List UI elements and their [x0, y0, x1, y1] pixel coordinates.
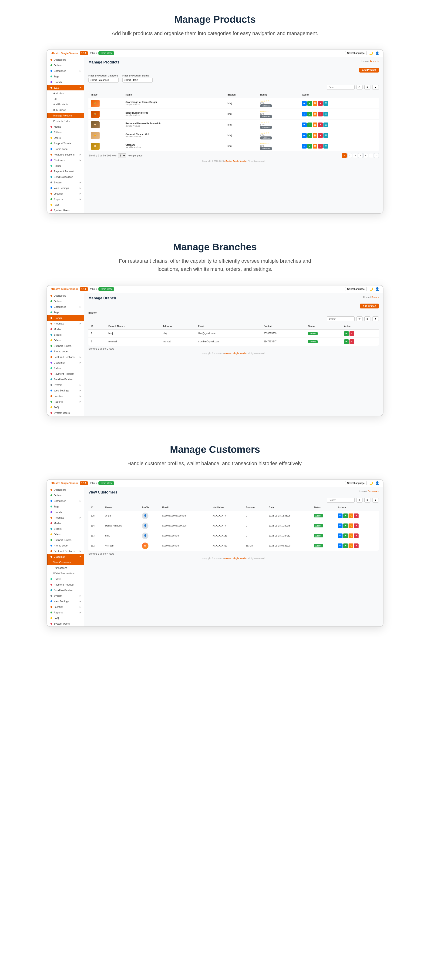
action-img-5[interactable]: 🖼	[313, 144, 317, 148]
search-input-products[interactable]	[327, 85, 355, 90]
sidebar-b-faq[interactable]: FAQ	[47, 404, 84, 410]
sidebar-b-tags[interactable]: Tags	[47, 310, 84, 315]
sidebar-c-reports[interactable]: Reports ▶	[47, 610, 84, 615]
action-extra-1[interactable]: ☰	[323, 101, 328, 106]
sidebar-b-orders[interactable]: Orders	[47, 299, 84, 304]
page-4[interactable]: 4	[358, 153, 363, 158]
sidebar-item-reports[interactable]: Reports ▶	[47, 196, 84, 202]
action-cu-view-4[interactable]: 👁	[338, 544, 342, 548]
action-img-4[interactable]: 🖼	[313, 133, 317, 138]
page-2[interactable]: 2	[347, 153, 352, 158]
action-cu-del-2[interactable]: ✕	[354, 523, 358, 528]
search-input-branches[interactable]	[327, 317, 355, 321]
theme-toggle-branches[interactable]: 🌙	[369, 287, 373, 291]
filter-select-status[interactable]: Select Status	[122, 78, 153, 83]
sidebar-b-websettings[interactable]: Web Settings ▶	[47, 388, 84, 393]
add-product-button[interactable]: Add Product	[359, 68, 379, 73]
action-del-2[interactable]: ✕	[318, 112, 323, 116]
lang-select-customers[interactable]: Select Language	[345, 481, 367, 485]
sidebar-item-promo[interactable]: Promo code	[47, 146, 84, 152]
sidebar-item-orders[interactable]: Orders	[47, 62, 84, 68]
theme-toggle-customers[interactable]: 🌙	[369, 481, 373, 485]
action-extra-3[interactable]: ☰	[323, 123, 328, 127]
action-img-1[interactable]: 🖼	[313, 101, 317, 106]
rows-per-page-select[interactable]: 51025	[118, 153, 126, 158]
action-cu-edit-4[interactable]: ✏	[343, 544, 348, 548]
action-extra-2[interactable]: ☰	[323, 112, 328, 116]
action-edit-3[interactable]: ✓	[307, 123, 312, 127]
action-cu-view-1[interactable]: 👁	[338, 514, 342, 518]
sidebar-c-system[interactable]: System ▶	[47, 593, 84, 598]
sidebar-c-location[interactable]: Location ▶	[47, 604, 84, 610]
sidebar-c-dashboard[interactable]: Dashboard	[47, 487, 84, 493]
sidebar-b-featured[interactable]: Featured Sections ▶	[47, 354, 84, 360]
user-icon-customers[interactable]: 👤	[375, 481, 379, 485]
action-del-4[interactable]: ✕	[318, 133, 323, 138]
page-ellipsis[interactable]: ...	[369, 153, 374, 158]
sidebar-c-featured[interactable]: Featured Sections ▶	[47, 548, 84, 554]
action-cu-view-2[interactable]: 👁	[338, 523, 342, 528]
action-view-5[interactable]: ✏	[302, 144, 307, 148]
action-cu-view-3[interactable]: 👁	[338, 533, 342, 538]
action-cu-edit-1[interactable]: ✏	[343, 514, 348, 518]
sidebar-item-customer[interactable]: Customer ▶	[47, 158, 84, 163]
sidebar-item-branch[interactable]: Branch	[47, 79, 84, 85]
sidebar-c-wallet-transactions[interactable]: Wallet Transactions	[47, 571, 84, 576]
user-icon-products[interactable]: 👤	[375, 51, 379, 55]
sidebar-item-system[interactable]: System ▶	[47, 180, 84, 185]
filter-btn-customers[interactable]: ▼	[372, 498, 379, 503]
edit-br-1[interactable]: ✏	[344, 331, 349, 336]
sidebar-c-branch[interactable]: Branch	[47, 509, 84, 515]
sidebar-c-view-customers[interactable]: View Customers	[47, 560, 84, 565]
columns-btn-branches[interactable]: ⊞	[364, 317, 371, 321]
page-1[interactable]: 1	[342, 153, 347, 158]
sidebar-b-promo[interactable]: Promo code	[47, 349, 84, 354]
theme-toggle-products[interactable]: 🌙	[369, 51, 373, 55]
action-img-2[interactable]: 🖼	[313, 112, 317, 116]
edit-br-2[interactable]: ✏	[344, 339, 349, 344]
search-input-customers[interactable]	[327, 498, 355, 503]
sidebar-item-dashboard[interactable]: Dashboard	[47, 57, 84, 62]
del-br-1[interactable]: ✕	[350, 331, 354, 336]
sidebar-b-reports[interactable]: Reports ▶	[47, 399, 84, 404]
sidebar-c-media[interactable]: Media	[47, 520, 84, 526]
action-cu-edit-3[interactable]: ✏	[343, 533, 348, 538]
sidebar-c-support[interactable]: Support Tickets	[47, 537, 84, 543]
sidebar-c-orders[interactable]: Orders	[47, 493, 84, 498]
sidebar-b-sliders[interactable]: Sliders	[47, 332, 84, 337]
action-cu-wallet-2[interactable]: 💰	[348, 523, 353, 528]
sidebar-b-offers[interactable]: Offers	[47, 337, 84, 343]
user-icon-branches[interactable]: 👤	[375, 287, 379, 291]
sidebar-item-support[interactable]: Support Tickets	[47, 141, 84, 146]
sidebar-item-products-order[interactable]: Products Order	[47, 118, 84, 124]
sidebar-c-customer[interactable]: Customer ▼	[47, 554, 84, 560]
sidebar-item-add-products[interactable]: Add Products	[47, 102, 84, 107]
sidebar-c-tags[interactable]: Tags	[47, 504, 84, 509]
action-cu-wallet-4[interactable]: 💰	[348, 544, 353, 548]
sidebar-c-transactions[interactable]: Transactions	[47, 565, 84, 571]
sidebar-b-support[interactable]: Support Tickets	[47, 343, 84, 349]
action-del-5[interactable]: ✕	[318, 144, 323, 148]
lang-select-products[interactable]: Select Language	[345, 51, 367, 55]
sidebar-b-notify[interactable]: Send Notification	[47, 377, 84, 382]
action-view-1[interactable]: ✏	[302, 101, 307, 106]
filter-btn-products[interactable]: ▼	[372, 85, 379, 90]
sidebar-c-offers[interactable]: Offers	[47, 531, 84, 537]
sidebar-c-notify[interactable]: Send Notification	[47, 587, 84, 593]
sidebar-item-attributes[interactable]: Attributes	[47, 91, 84, 96]
action-img-3[interactable]: 🖼	[313, 123, 317, 127]
sidebar-item-notification[interactable]: Send Notification	[47, 174, 84, 180]
refresh-btn-customers[interactable]: ⟳	[356, 498, 363, 503]
sidebar-b-payment[interactable]: Payment Request	[47, 371, 84, 377]
refresh-btn-products[interactable]: ⟳	[356, 85, 363, 90]
sidebar-item-sliders[interactable]: Sliders	[47, 129, 84, 135]
sidebar-item-web-settings[interactable]: Web Settings ▶	[47, 185, 84, 191]
sidebar-c-products[interactable]: Products ▶	[47, 515, 84, 520]
sidebar-c-payment[interactable]: Payment Request	[47, 582, 84, 587]
sidebar-item-offers[interactable]: Offers	[47, 135, 84, 141]
sidebar-b-system[interactable]: System ▶	[47, 382, 84, 388]
action-cu-del-3[interactable]: ✕	[354, 533, 358, 538]
action-cu-wallet-1[interactable]: 💰	[348, 514, 353, 518]
sidebar-c-websettings[interactable]: Web Settings ▶	[47, 598, 84, 604]
action-cu-edit-2[interactable]: ✏	[343, 523, 348, 528]
